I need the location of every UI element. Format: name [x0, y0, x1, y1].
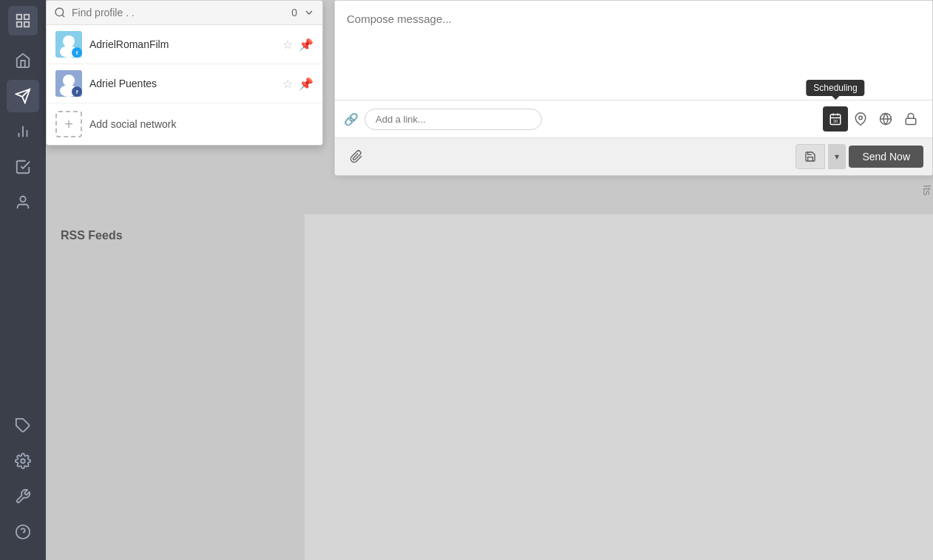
svg-point-9: [20, 197, 25, 202]
scheduling-button[interactable]: 30 Scheduling: [823, 106, 848, 132]
svg-point-11: [21, 459, 25, 463]
profile-name: Adriel Puentes: [89, 78, 282, 89]
location-button[interactable]: [848, 106, 873, 132]
scheduling-btn-wrap: 30 Scheduling: [823, 106, 848, 132]
rss-panel: RSS Feeds: [46, 214, 305, 560]
favorite-icon[interactable]: ☆: [282, 38, 293, 52]
main-content: 0 t AdrielRomanFilm ☆ 📌: [46, 0, 933, 560]
facebook-badge: f: [72, 86, 82, 97]
sidebar-item-home[interactable]: [7, 44, 39, 77]
search-chevron-icon[interactable]: [303, 7, 315, 18]
search-count: 0: [291, 7, 297, 18]
avatar: f: [55, 70, 82, 97]
search-icon: [54, 7, 66, 18]
svg-point-20: [63, 75, 75, 86]
svg-line-15: [62, 15, 64, 17]
svg-point-17: [63, 35, 75, 47]
avatar: t: [55, 31, 82, 58]
profile-item[interactable]: f Adriel Puentes ☆ 📌: [47, 64, 322, 103]
sidebar-item-settings[interactable]: [7, 445, 39, 477]
svg-rect-30: [906, 118, 916, 124]
compose-area: 🔗 30 Scheduling: [334, 0, 933, 176]
svg-rect-0: [17, 15, 21, 19]
svg-rect-3: [24, 22, 29, 27]
sidebar-item-tools[interactable]: [7, 480, 39, 513]
sidebar-item-compose[interactable]: [7, 80, 39, 112]
favorite-icon[interactable]: ☆: [282, 77, 293, 91]
compose-link-bar: 🔗 30 Scheduling: [335, 100, 932, 137]
sidebar-item-analytics[interactable]: [7, 115, 39, 148]
sidebar-item-help[interactable]: [7, 516, 39, 548]
profile-actions: ☆ 📌: [282, 38, 313, 52]
link-icon: 🔗: [344, 112, 359, 126]
lock-button[interactable]: [898, 106, 923, 132]
sidebar-item-tasks[interactable]: [7, 151, 39, 183]
add-icon: +: [55, 111, 82, 137]
twitter-badge: t: [72, 47, 82, 58]
send-now-button[interactable]: Send Now: [849, 146, 923, 168]
rss-title: RSS Feeds: [61, 229, 290, 242]
svg-rect-1: [24, 15, 29, 19]
add-network-label: Add social network: [89, 118, 177, 130]
save-chevron-button[interactable]: ▾: [828, 144, 846, 169]
right-background: [305, 214, 933, 560]
svg-text:30: 30: [833, 119, 838, 123]
profile-search-panel: 0 t AdrielRomanFilm ☆ 📌: [46, 0, 323, 146]
profile-actions: ☆ 📌: [282, 77, 313, 91]
globe-button[interactable]: [873, 106, 898, 132]
svg-point-27: [859, 116, 863, 120]
profile-item[interactable]: t AdrielRomanFilm ☆ 📌: [47, 25, 322, 64]
add-network-item[interactable]: + Add social network: [47, 103, 322, 145]
sidebar: [0, 0, 46, 560]
sidebar-item-users[interactable]: [7, 186, 39, 219]
pin-icon[interactable]: 📌: [299, 38, 313, 52]
attachment-button[interactable]: [344, 144, 369, 169]
svg-point-14: [55, 8, 64, 16]
save-button[interactable]: [795, 144, 825, 169]
compose-message-input[interactable]: [335, 1, 932, 97]
bottom-area: RSS Feeds: [46, 214, 933, 560]
pin-icon[interactable]: 📌: [299, 77, 313, 91]
link-input[interactable]: [364, 109, 542, 130]
sidebar-item-extensions[interactable]: [7, 409, 39, 442]
svg-rect-2: [17, 22, 21, 27]
profile-name: AdrielRomanFilm: [89, 38, 282, 50]
its-edge-text: Its: [921, 185, 933, 196]
search-input[interactable]: [72, 7, 291, 18]
sidebar-logo[interactable]: [8, 6, 38, 35]
search-bar: 0: [47, 1, 322, 25]
